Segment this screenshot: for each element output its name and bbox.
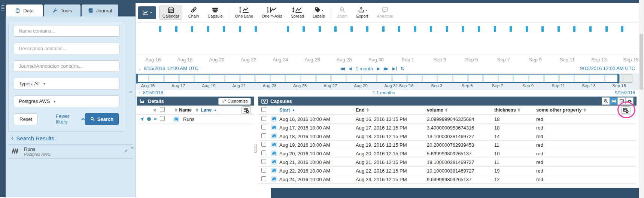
capsule-row[interactable]: Aug 18, 2016 10:00 AM Aug 18, 2016 12:15… [258,132,637,141]
chain-button[interactable]: Chain [186,6,202,19]
capsule-row[interactable]: Aug 17, 2016 10:00 AM Aug 17, 2016 12:15… [258,124,637,132]
collapse-sidebar-chevron[interactable]: « [131,144,134,150]
details-col-name[interactable]: Name [179,107,192,113]
sort-icon[interactable] [175,108,177,112]
duration-label[interactable]: 1.1 months [136,90,632,95]
main-area: ▾ Calendar Chain Capsule One Lane One [136,3,639,197]
row-checkbox[interactable] [261,159,266,164]
hamburger-icon[interactable] [1,5,4,11]
row-checkbox[interactable] [261,125,266,130]
day-tick [239,75,241,82]
col-start[interactable]: Start▲ [279,107,356,113]
capsule-zigzag-icon [271,159,277,165]
info-icon[interactable] [147,117,151,121]
fewer-filters-label: Fewer filters [56,113,80,125]
capsule-row[interactable]: Aug 21, 2016 10:00 AM Aug 21, 2016 12:15… [258,158,637,167]
step-forward-button[interactable]: ▶ [377,66,380,71]
capsule-row[interactable]: Aug 19, 2016 10:00 AM Aug 19, 2016 12:15… [258,141,637,149]
capsule-row[interactable]: Aug 16, 2016 10:00 AM Aug 16, 2016 12:15… [258,115,637,124]
row-checkbox[interactable] [261,168,266,173]
search-result-item[interactable]: Runs Postgres AWS [8,146,133,158]
capsule-zigzag-icon [271,142,277,147]
unselected-range[interactable] [619,74,632,83]
datasource-dropdown[interactable]: Postgres AWS ▾ [14,95,119,107]
panel-drag-handle[interactable] [254,144,257,153]
step-back-button[interactable]: ◀ [349,66,352,71]
types-dropdown[interactable]: Types: All ▾ [14,78,119,89]
remove-all-icon[interactable]: × [137,107,160,113]
lane-view-button[interactable] [610,97,618,105]
display-end-label[interactable]: 9/15/2016 12:00 AM UTC [580,66,635,71]
view-selector-button[interactable]: ▾ [138,6,156,19]
range-handle-left[interactable] [136,74,138,83]
row-checkbox[interactable] [261,150,266,155]
axis-tick-label: Sep 1 [401,57,414,63]
row-checkbox[interactable] [261,116,266,121]
types-dropdown-value: Types: All [19,81,40,86]
capsule-row[interactable]: Aug 20, 2016 10:00 AM Aug 20, 2016 12:15… [258,149,637,158]
capsule-tick [558,26,560,32]
one-lane-button[interactable]: One Lane [233,6,256,19]
journal-contains-input[interactable] [14,60,119,72]
capsule-button[interactable]: Capsule [205,6,225,19]
customize-button[interactable]: Customize [218,98,251,105]
details-row[interactable]: × Runs [137,115,254,124]
selected-range-bar[interactable] [137,74,619,83]
labels-button[interactable]: ▾ Labels [310,6,327,19]
select-all-checkbox[interactable] [160,107,165,112]
step-size-label[interactable]: 1 month [355,66,373,71]
tab-data[interactable]: Data [6,4,43,16]
pin-icon[interactable] [122,149,128,155]
select-all-checkbox[interactable] [261,107,266,112]
collapse-sidebar-chevron[interactable]: « [129,89,132,95]
sort-icon[interactable] [196,108,198,112]
vertical-scrollbar[interactable] [639,0,644,198]
navigate-icon[interactable] [140,117,144,121]
remove-icon[interactable]: × [154,117,158,121]
col-thickness[interactable]: thickness [494,107,536,113]
details-col-lane[interactable]: Lane [201,107,212,113]
sort-icon[interactable] [518,108,520,112]
scrollbar-thumb[interactable] [640,34,643,90]
export-button[interactable]: ▾ Export [354,6,371,19]
col-volume[interactable]: volume [427,107,494,113]
collapse-panel-button[interactable] [617,97,626,105]
step-forward-much-button[interactable]: ▶▶ [384,66,389,71]
add-column-button[interactable] [242,106,251,114]
row-checkbox[interactable] [261,133,266,138]
spread-button[interactable]: Spread [288,6,307,19]
row-checkbox[interactable] [261,176,266,181]
capsule-row[interactable]: Aug 24, 2016 10:00 AM Aug 24, 2016 12:15… [258,175,637,184]
one-y-axis-button[interactable]: One Y-Axis [259,6,285,19]
tab-journal[interactable]: Journal [82,4,118,16]
display-start-label[interactable]: 8/15/2016 12:00 AM UTC [144,66,199,71]
visibility-button[interactable] [625,97,634,105]
investigate-end-label[interactable]: 9/15/2016 [615,90,635,95]
sort-icon[interactable] [584,108,586,112]
row-checkbox[interactable] [160,116,165,121]
search-button[interactable]: Search [85,113,119,125]
name-contains-input[interactable] [14,25,119,37]
sort-icon[interactable] [367,108,369,112]
step-back-much-button[interactable]: ◀◀ [340,66,345,71]
zoom-to-capsule-button[interactable] [602,97,610,105]
tab-journal-label: Journal [96,8,112,13]
capsule-row[interactable]: Aug 22, 2016 10:00 AM Aug 22, 2016 12:15… [258,167,637,175]
capsule-tick [319,26,321,32]
step-to-end-button[interactable]: ▶ [392,66,397,71]
labels-button-label: Labels [313,14,325,18]
capsule-timeline-chart[interactable] [136,22,639,55]
fewer-filters-link[interactable]: Fewer filters [56,113,85,125]
description-contains-input[interactable] [14,43,119,54]
auto-update-button[interactable]: ↻ [400,66,405,71]
calendar-button[interactable]: Calendar [160,6,182,19]
tab-tools[interactable]: Tools [44,4,80,16]
reset-button[interactable]: Reset [14,113,38,125]
capsule-end-cell: Aug 18, 2016 12:15 PM [356,134,427,139]
sort-icon[interactable] [445,108,447,112]
search-results-header[interactable]: ‹ Search Results [11,135,54,141]
row-checkbox[interactable] [261,142,266,147]
arrow-down-icon[interactable]: ↓ [139,66,141,71]
col-end[interactable]: End [356,107,427,113]
add-column-button[interactable] [621,106,631,114]
